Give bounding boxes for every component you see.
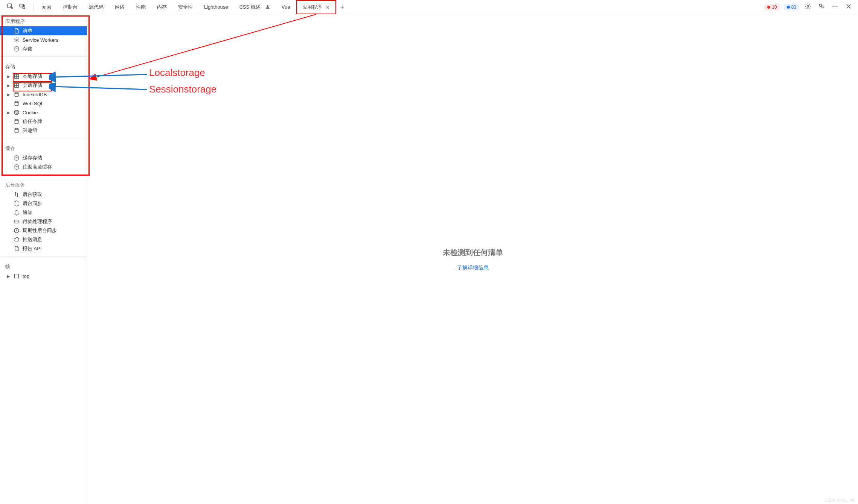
more-icon[interactable] <box>830 2 840 12</box>
tree-label: Service Workers <box>23 37 58 43</box>
main-content: 未检测到任何清单 了解详细信息 CSDN @XSL_HR <box>87 14 858 504</box>
sidebar-item-localstorage[interactable]: ▶ 本地存储 <box>0 72 87 81</box>
sidebar-item-bfcache[interactable]: ▶ 往返高速缓存 <box>0 162 87 172</box>
tree-label: 付款处理程序 <box>23 218 52 225</box>
sidebar-item-push[interactable]: ▶ 推送消息 <box>0 235 87 244</box>
error-dot-icon <box>767 6 770 9</box>
divider <box>0 256 87 257</box>
svg-point-7 <box>835 6 835 7</box>
expand-arrow-icon[interactable]: ▶ <box>7 93 11 97</box>
cookie-icon <box>14 109 20 115</box>
tab-label: Lighthouse <box>204 4 228 10</box>
device-toggle-icon[interactable] <box>17 2 27 12</box>
tree-label: 推送消息 <box>23 236 42 243</box>
sidebar-item-reportapi[interactable]: ▶ 报告 API <box>0 244 87 253</box>
tab-css-overview[interactable]: CSS 概述 <box>234 0 276 14</box>
tree-label: 报告 API <box>23 245 42 252</box>
inspect-element-icon[interactable] <box>5 2 15 12</box>
tab-elements[interactable]: 元素 <box>37 0 57 14</box>
close-icon[interactable] <box>325 5 330 10</box>
sidebar-item-cachestorage[interactable]: ▶ 缓存存储 <box>0 153 87 162</box>
tab-label: 性能 <box>136 4 146 11</box>
expand-arrow-icon[interactable]: ▶ <box>7 83 11 88</box>
add-tab-button[interactable] <box>338 3 346 11</box>
settings-icon[interactable] <box>803 2 813 12</box>
tree-label: 清单 <box>23 27 32 34</box>
feedback-icon[interactable] <box>817 2 826 12</box>
sidebar-item-indexeddb[interactable]: ▶ IndexedDB <box>0 90 87 99</box>
sidebar-item-bgsync[interactable]: ▶ 后台同步 <box>0 199 87 208</box>
tree-label: Web SQL <box>23 101 44 106</box>
sidebar-item-cookies[interactable]: ▶ Cookie <box>0 108 87 117</box>
svg-point-21 <box>15 128 18 130</box>
devtools-tabbar: 元素 控制台 源代码 网络 性能 内存 安全性 Lighthouse CSS 概… <box>0 0 858 14</box>
tree-label: Cookie <box>23 110 38 115</box>
grid-icon <box>14 73 20 79</box>
sidebar-item-websql[interactable]: ▶ Web SQL <box>0 99 87 108</box>
tree-label: 通知 <box>23 209 32 216</box>
svg-point-23 <box>15 165 18 166</box>
sidebar-item-periodicsync[interactable]: ▶ 周期性后台同步 <box>0 226 87 235</box>
tree-label: top <box>23 273 29 279</box>
tree-label: 周期性后台同步 <box>23 227 57 234</box>
database-icon <box>14 128 20 134</box>
sidebar-item-storage-root[interactable]: ▶ 存储 <box>0 44 87 53</box>
window-icon <box>14 273 20 279</box>
tree-label: 会话存储 <box>23 82 42 89</box>
expand-arrow-icon[interactable]: ▶ <box>7 74 11 79</box>
tab-security[interactable]: 安全性 <box>173 0 198 14</box>
updown-icon <box>14 191 20 197</box>
expand-arrow-icon[interactable]: ▶ <box>7 274 11 278</box>
tab-memory[interactable]: 内存 <box>152 0 172 14</box>
file-icon <box>14 28 20 34</box>
tab-vue[interactable]: Vue <box>276 0 296 14</box>
gear-icon <box>14 37 20 43</box>
sidebar-item-trusttoken[interactable]: ▶ 信任令牌 <box>0 117 87 126</box>
svg-rect-26 <box>15 274 19 278</box>
beta-flag-icon <box>265 5 270 10</box>
sidebar-item-payment[interactable]: ▶ 付款处理程序 <box>0 217 87 226</box>
svg-point-19 <box>17 113 17 113</box>
database-icon <box>14 100 20 106</box>
section-title-cache: 缓存 <box>0 141 87 153</box>
tree-label: 存储 <box>23 46 32 52</box>
learn-more-link[interactable]: 了解详细信息 <box>457 264 489 271</box>
tab-label: Vue <box>282 4 290 10</box>
tab-label: 安全性 <box>178 4 193 11</box>
svg-point-10 <box>15 47 18 48</box>
tab-network[interactable]: 网络 <box>110 0 130 14</box>
tab-sources[interactable]: 源代码 <box>84 0 109 14</box>
clock-icon <box>14 228 20 234</box>
error-count-badge[interactable]: 10 <box>764 4 780 11</box>
info-count-badge[interactable]: 83 <box>784 4 799 11</box>
sidebar-item-bgfetch[interactable]: ▶ 后台获取 <box>0 190 87 199</box>
tabbar-device-icons <box>2 2 30 12</box>
sidebar-item-frame-top[interactable]: ▶ top <box>0 272 87 281</box>
divider <box>0 175 87 175</box>
expand-arrow-icon[interactable]: ▶ <box>7 111 11 115</box>
close-devtools-icon[interactable] <box>844 2 853 12</box>
tab-performance[interactable]: 性能 <box>131 0 151 14</box>
sidebar-item-manifest[interactable]: ▶ 清单 <box>0 26 87 35</box>
tab-label: 元素 <box>42 4 52 11</box>
tab-console[interactable]: 控制台 <box>58 0 83 14</box>
application-sidebar: 应用程序 ▶ 清单 ▶ Service Workers ▶ 存储 存储 ▶ 本地… <box>0 14 87 504</box>
svg-point-14 <box>15 101 18 103</box>
tab-label: CSS 概述 <box>239 4 261 11</box>
sidebar-item-interestgroup[interactable]: ▶ 兴趣组 <box>0 126 87 135</box>
workspace: 应用程序 ▶ 清单 ▶ Service Workers ▶ 存储 存储 ▶ 本地… <box>0 14 858 504</box>
sidebar-item-notifications[interactable]: ▶ 通知 <box>0 208 87 217</box>
sidebar-item-sessionstorage[interactable]: ▶ 会话存储 <box>0 81 87 90</box>
tree-label: 往返高速缓存 <box>23 164 52 170</box>
section-title-bg: 后台服务 <box>0 178 87 190</box>
section-title-frame: 帧 <box>0 260 87 272</box>
section-title-app: 应用程序 <box>0 14 87 26</box>
empty-state-title: 未检测到任何清单 <box>443 247 503 258</box>
svg-point-4 <box>819 4 821 6</box>
divider <box>0 138 87 138</box>
tab-application[interactable]: 应用程序 <box>296 0 336 14</box>
sidebar-item-sw[interactable]: ▶ Service Workers <box>0 35 87 44</box>
tabbar-right: 10 83 <box>764 2 856 12</box>
tab-lighthouse[interactable]: Lighthouse <box>199 0 233 14</box>
tab-label: 源代码 <box>89 4 104 11</box>
